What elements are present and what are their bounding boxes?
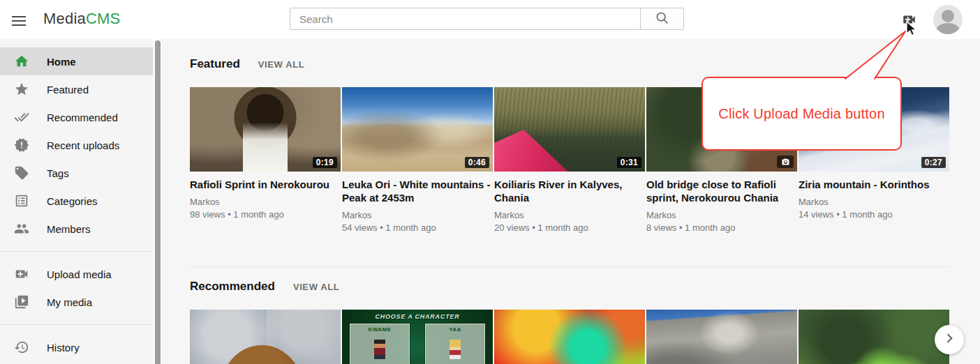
chevron-right-icon — [942, 331, 956, 348]
media-meta: 20 views • 1 month ago — [494, 222, 645, 234]
media-title[interactable]: Rafioli Sprint in Nerokourou — [190, 178, 341, 191]
media-meta: 54 views • 1 month ago — [342, 222, 493, 234]
sidebar-item-label: My media — [47, 296, 92, 308]
section-title: Featured — [190, 57, 240, 71]
video-call-icon — [901, 17, 917, 29]
search-icon — [655, 10, 669, 28]
search-input[interactable] — [290, 8, 640, 30]
media-thumbnail[interactable]: 0:46 — [342, 87, 493, 172]
sidebar-divider — [0, 251, 153, 252]
sidebar-item-categories[interactable]: Categories — [0, 187, 153, 215]
sidebar-item-history[interactable]: History — [0, 333, 153, 361]
media-title[interactable]: Old bridge close to Rafioli sprint, Nero… — [646, 178, 797, 204]
my-media-icon — [13, 294, 30, 310]
sidebar-item-home[interactable]: Home — [0, 47, 153, 75]
sidebar-item-label: Recent uploads — [47, 139, 119, 151]
home-icon — [13, 53, 30, 70]
sidebar-main-group: Home Featured Recommended Recent uploads… — [0, 47, 153, 243]
duration-badge: 0:27 — [921, 157, 946, 168]
sidebar-item-label: Categories — [47, 195, 98, 207]
carousel-next-button[interactable] — [935, 325, 964, 354]
media-author[interactable]: Markos — [342, 209, 493, 222]
sidebar-item-recommended[interactable]: Recommended — [0, 103, 153, 131]
duration-badge: 0:46 — [465, 157, 489, 168]
sidebar-media-group: Upload media My media — [0, 260, 153, 316]
categories-icon — [13, 192, 30, 209]
media-card — [646, 310, 797, 364]
upload-media-button[interactable] — [901, 12, 917, 27]
duration-badge: 0:19 — [313, 157, 337, 168]
sidebar-item-members[interactable]: Members — [0, 215, 153, 243]
media-title[interactable]: Leuka Ori - White mountains - Peak at 24… — [342, 178, 493, 204]
media-thumbnail[interactable] — [494, 310, 645, 364]
sidebar-divider — [0, 324, 153, 325]
media-card: 0:46 Leuka Ori - White mountains - Peak … — [342, 87, 493, 250]
new-releases-icon — [13, 137, 30, 153]
sidebar-item-tags[interactable]: Tags — [0, 159, 153, 187]
media-author[interactable]: Markos — [190, 196, 341, 208]
section-title: Recommended — [190, 280, 275, 294]
history-icon — [13, 339, 30, 356]
sidebar-scrollbar-track[interactable] — [153, 39, 162, 364]
logo-cms: CMS — [86, 10, 121, 27]
media-thumbnail[interactable] — [646, 310, 797, 364]
sidebar-item-label: Tags — [47, 167, 69, 179]
sidebar-item-upload-media[interactable]: Upload media — [0, 260, 153, 288]
user-avatar[interactable] — [933, 5, 963, 34]
media-card — [799, 310, 949, 364]
media-meta: 8 views • 1 month ago — [646, 222, 797, 234]
sidebar-item-label: Home — [47, 56, 76, 68]
media-section: Recommended VIEW ALL CHOOSE A CHARACTERK… — [190, 266, 949, 364]
logo[interactable]: MediaCMS — [43, 10, 120, 28]
tag-icon — [13, 165, 30, 181]
media-thumbnail[interactable] — [799, 310, 949, 364]
media-card: CHOOSE A CHARACTERKWAMESelectedYAASelect — [342, 310, 493, 364]
media-card: 0:31 Koiliaris River in Kalyves, Chania … — [494, 87, 645, 250]
game-character-panel: KWAMESelected — [350, 324, 410, 364]
sidebar-scrollbar-thumb[interactable] — [155, 40, 161, 364]
upload-media-icon — [13, 266, 30, 282]
sidebar-item-my-media[interactable]: My media — [0, 288, 153, 316]
media-thumbnail[interactable]: 0:19 — [190, 87, 341, 172]
search-button[interactable] — [640, 8, 684, 30]
sidebar-item-recent-uploads[interactable]: Recent uploads — [0, 131, 153, 159]
view-all-link[interactable]: VIEW ALL — [258, 59, 304, 70]
media-thumbnail[interactable]: 0:31 — [494, 87, 645, 172]
avatar-body — [936, 23, 960, 34]
sidebar-item-label: Featured — [47, 84, 89, 96]
media-card — [494, 310, 645, 364]
game-thumb-title: CHOOSE A CHARACTER — [342, 313, 493, 320]
media-title[interactable]: Koiliaris River in Kalyves, Chania — [494, 178, 645, 204]
sidebar-item-label: Recommended — [47, 112, 118, 123]
sidebar-item-label: Upload media — [47, 268, 112, 280]
duration-badge: 0:31 — [617, 157, 641, 168]
media-author[interactable]: Markos — [494, 209, 645, 222]
sidebar-item-featured[interactable]: Featured — [0, 75, 153, 103]
avatar-head — [942, 10, 954, 22]
logo-media: Media — [43, 10, 86, 27]
view-all-link[interactable]: VIEW ALL — [293, 282, 339, 292]
media-card: 0:19 Rafioli Sprint in Nerokourou Markos… — [190, 87, 341, 250]
photo-camera-icon — [777, 156, 794, 168]
sidebar-item-label: Members — [47, 223, 91, 235]
media-thumbnail[interactable]: CHOOSE A CHARACTERKWAMESelectedYAASelect — [342, 310, 493, 364]
search-bar — [290, 8, 684, 30]
media-author[interactable]: Markos — [646, 209, 797, 222]
members-icon — [13, 220, 30, 237]
sidebar: Home Featured Recommended Recent uploads… — [0, 39, 153, 364]
annotation-callout: Click Upload Media button — [701, 77, 902, 151]
done-all-icon — [13, 109, 30, 126]
game-character-panel: YAASelect — [425, 324, 485, 364]
media-author[interactable]: Markos — [799, 196, 949, 208]
media-meta: 14 views • 1 month ago — [799, 208, 949, 221]
mediacms-app: MediaCMS Home Featured Recommended — [0, 0, 980, 364]
hamburger-menu-icon[interactable] — [10, 12, 28, 27]
media-title[interactable]: Ziria mountain - Korinthos — [799, 178, 949, 191]
media-card — [190, 310, 341, 364]
sidebar-item-label: History — [47, 342, 80, 354]
media-row: CHOOSE A CHARACTERKWAMESelectedYAASelect — [190, 310, 949, 364]
annotation-text: Click Upload Media button — [718, 106, 884, 122]
sidebar-footer-group: History — [0, 333, 153, 361]
media-thumbnail[interactable] — [190, 310, 341, 364]
star-icon — [13, 81, 30, 98]
